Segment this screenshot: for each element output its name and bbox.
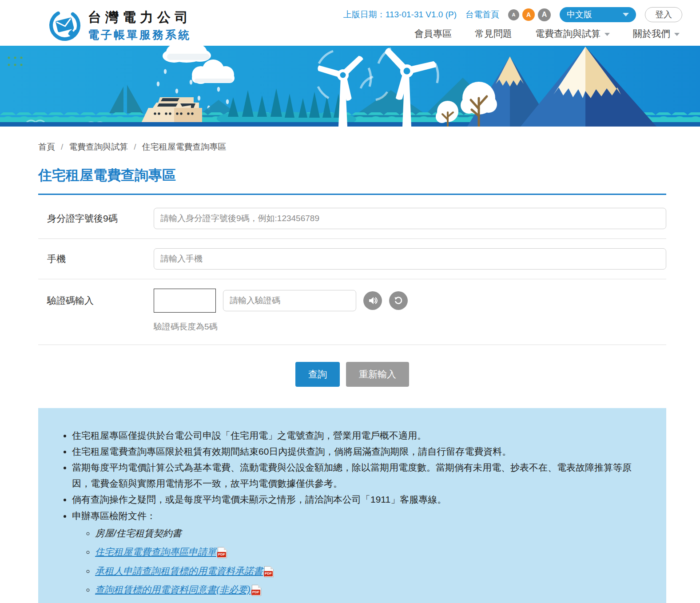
speaker-icon bbox=[368, 296, 378, 305]
captcha-input[interactable] bbox=[223, 290, 356, 311]
query-button[interactable]: 查詢 bbox=[295, 362, 340, 387]
font-size-large-button[interactable]: A bbox=[538, 8, 551, 21]
reset-button[interactable]: 重新輸入 bbox=[346, 362, 409, 387]
pdf-icon[interactable]: PDF bbox=[252, 585, 261, 596]
taipower-logo-icon bbox=[48, 8, 82, 42]
doc-item: 住宅租屋電費查詢專區申請單PDF bbox=[95, 545, 648, 559]
logo-text: 台灣電力公司 電子帳單服務系統 bbox=[88, 8, 192, 42]
font-size-controls: A A A bbox=[508, 8, 551, 21]
nav-item-about-us[interactable]: 關於我們 bbox=[633, 28, 680, 40]
pdf-fold-corner bbox=[224, 547, 227, 550]
doc-item: 房屋/住宅租賃契約書 bbox=[95, 527, 648, 540]
taipower-home-link[interactable]: 台電首頁 bbox=[465, 9, 499, 20]
main-nav: 會員專區 常見問題 電費查詢與試算 關於我們 bbox=[414, 28, 682, 40]
login-button[interactable]: 登入 bbox=[645, 7, 682, 22]
hero-banner bbox=[0, 46, 700, 127]
phone-input[interactable] bbox=[154, 248, 666, 270]
note-item: 住宅租屋電費查詢專區限於租賃有效期間結束60日內提供查詢，倘將屆滿查詢期限，請自… bbox=[72, 444, 648, 460]
top-header: 台灣電力公司 電子帳單服務系統 上版日期：113-01-31 V1.0 (P) … bbox=[0, 0, 700, 46]
note-item: 當期每度平均電價計算公式為基本電費、流動電費與公設金額加總，除以當期用電度數。當… bbox=[72, 460, 648, 492]
breadcrumb-current-page: 住宅租屋電費查詢專區 bbox=[142, 141, 227, 153]
inquiry-form: 身分證字號後9碼 手機 驗證碼輸入 bbox=[38, 198, 666, 345]
note-docs-intro: 申辦專區檢附文件： bbox=[72, 511, 156, 521]
font-size-small-button[interactable]: A bbox=[508, 9, 519, 20]
page-title: 住宅租屋電費查詢專區 bbox=[38, 166, 666, 195]
breadcrumb: 首頁 / 電費查詢與試算 / 住宅租屋電費查詢專區 bbox=[38, 141, 666, 153]
nav-item-faq[interactable]: 常見問題 bbox=[475, 28, 512, 40]
breadcrumb-bill-inquiry[interactable]: 電費查詢與試算 bbox=[69, 141, 128, 153]
nav-item-bill-inquiry[interactable]: 電費查詢與試算 bbox=[535, 28, 610, 40]
chevron-down-icon bbox=[605, 33, 610, 36]
doc-item: 承租人申請查詢租賃標的用電資料承諾書PDF bbox=[95, 564, 648, 578]
refresh-icon bbox=[394, 296, 403, 305]
captcha-image bbox=[154, 289, 216, 313]
note-item: 申辦專區檢附文件： 房屋/住宅租賃契約書 住宅租屋電費查詢專區申請單PDF 承租… bbox=[72, 508, 648, 597]
taipower-logo[interactable]: 台灣電力公司 電子帳單服務系統 bbox=[48, 4, 192, 46]
attached-docs-list: 房屋/住宅租賃契約書 住宅租屋電費查詢專區申請單PDF 承租人申請查詢租賃標的用… bbox=[72, 527, 648, 597]
notes-list: 住宅租屋專區僅提供於台電公司申設「住宅用電」之電號查詢，營業用電戶概不適用。 住… bbox=[56, 428, 648, 596]
notes-box: 住宅租屋專區僅提供於台電公司申設「住宅用電」之電號查詢，營業用電戶概不適用。 住… bbox=[38, 408, 666, 603]
pdf-icon[interactable]: PDF bbox=[218, 547, 227, 558]
doc-item: 查詢租賃標的用電資料同意書(非必要)PDF bbox=[95, 583, 648, 596]
logo-company-name: 台灣電力公司 bbox=[88, 8, 192, 27]
breadcrumb-separator: / bbox=[61, 142, 63, 152]
form-actions: 查詢 重新輸入 bbox=[38, 362, 666, 387]
doc-tenant-commitment-link[interactable]: 承租人申請查詢租賃標的用電資料承諾書 bbox=[95, 566, 263, 576]
pdf-fold-corner bbox=[270, 566, 274, 569]
captcha-label: 驗證碼輸入 bbox=[47, 289, 154, 307]
id-number-input[interactable] bbox=[154, 208, 666, 229]
phone-label: 手機 bbox=[47, 253, 154, 265]
breadcrumb-separator: / bbox=[134, 142, 136, 152]
captcha-hint: 驗證碼長度為5碼 bbox=[154, 321, 408, 333]
version-text: 上版日期：113-01-31 V1.0 (P) bbox=[343, 9, 457, 20]
pdf-icon[interactable]: PDF bbox=[264, 566, 274, 577]
note-item: 倘有查詢操作之疑問，或是每度平均電價未顯示之情形，請洽詢本公司「1911」客服專… bbox=[72, 492, 648, 508]
captcha-content: 驗證碼長度為5碼 bbox=[154, 289, 408, 335]
language-select[interactable]: 中文版 bbox=[560, 7, 636, 22]
nav-item-member-area[interactable]: 會員專區 bbox=[414, 28, 452, 40]
captcha-refresh-button[interactable] bbox=[389, 291, 408, 310]
font-size-medium-button[interactable]: A bbox=[522, 8, 535, 21]
breadcrumb-home[interactable]: 首頁 bbox=[38, 141, 55, 153]
note-item: 住宅租屋專區僅提供於台電公司申設「住宅用電」之電號查詢，營業用電戶概不適用。 bbox=[72, 428, 648, 444]
logo-system-name: 電子帳單服務系統 bbox=[88, 28, 192, 42]
language-select-value: 中文版 bbox=[567, 9, 592, 20]
doc-application-form-link[interactable]: 住宅租屋電費查詢專區申請單 bbox=[95, 547, 216, 557]
chevron-down-icon bbox=[623, 13, 629, 16]
header-right: 上版日期：113-01-31 V1.0 (P) 台電首頁 A A A 中文版 登… bbox=[343, 0, 682, 46]
id-number-label: 身分證字號後9碼 bbox=[47, 212, 154, 225]
main-content: 首頁 / 電費查詢與試算 / 住宅租屋電費查詢專區 住宅租屋電費查詢專區 身分證… bbox=[0, 141, 700, 603]
banner-illustration bbox=[0, 46, 700, 127]
pdf-fold-corner bbox=[258, 585, 261, 588]
chevron-down-icon bbox=[674, 33, 680, 36]
header-utility-row: 上版日期：113-01-31 V1.0 (P) 台電首頁 A A A 中文版 登… bbox=[343, 7, 682, 22]
doc-consent-form-link[interactable]: 查詢租賃標的用電資料同意書(非必要) bbox=[95, 584, 251, 595]
doc-rental-contract: 房屋/住宅租賃契約書 bbox=[95, 528, 182, 538]
captcha-row: 驗證碼輸入 bbox=[38, 279, 666, 345]
phone-row: 手機 bbox=[38, 239, 666, 279]
captcha-audio-button[interactable] bbox=[363, 291, 382, 310]
id-number-row: 身分證字號後9碼 bbox=[38, 198, 666, 239]
